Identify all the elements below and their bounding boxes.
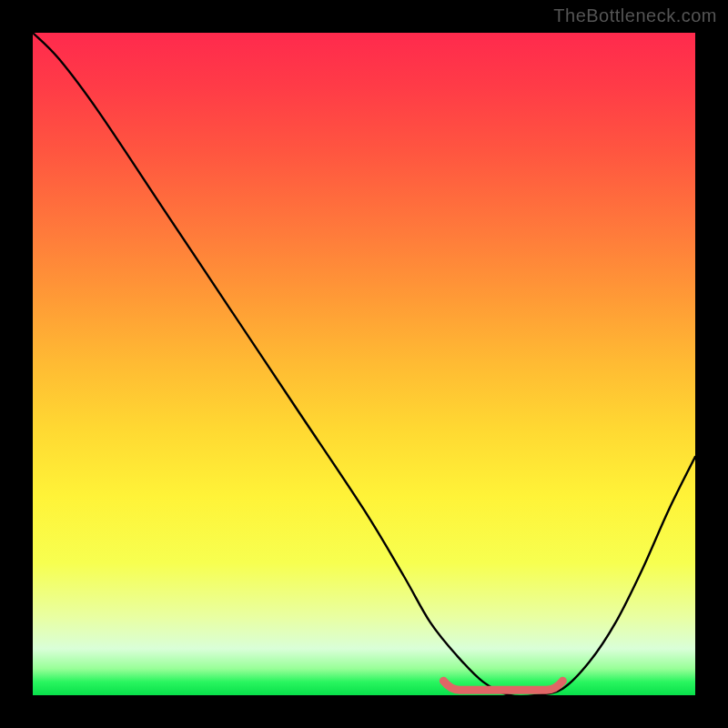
chart-frame: TheBottleneck.com — [0, 0, 728, 728]
curve-layer — [33, 33, 695, 695]
plot-area — [33, 33, 695, 695]
watermark-text: TheBottleneck.com — [553, 5, 717, 26]
optimal-zone-highlight — [443, 681, 562, 690]
bottleneck-curve — [33, 33, 695, 696]
